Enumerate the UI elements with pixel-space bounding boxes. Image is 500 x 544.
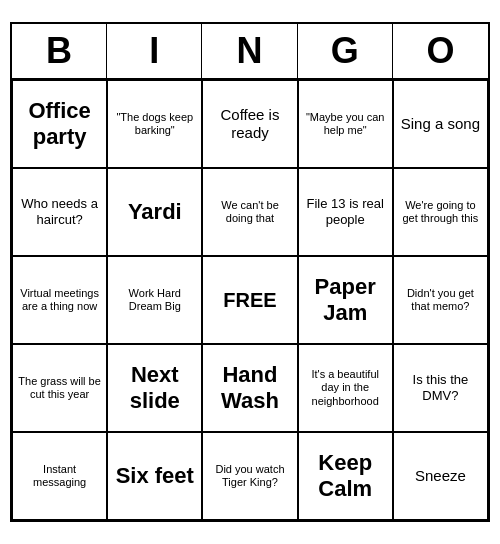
cell-text: Office party <box>17 98 102 151</box>
cell-text: Six feet <box>116 463 194 489</box>
cell-text: "The dogs keep barking" <box>112 111 197 137</box>
bingo-cell[interactable]: "Maybe you can help me" <box>298 80 393 168</box>
cell-text: Coffee is ready <box>207 106 292 142</box>
bingo-cell[interactable]: Didn't you get that memo? <box>393 256 488 344</box>
cell-text: Hand Wash <box>207 362 292 415</box>
bingo-cell[interactable]: File 13 is real people <box>298 168 393 256</box>
cell-text: "Maybe you can help me" <box>303 111 388 137</box>
cell-text: File 13 is real people <box>303 196 388 227</box>
bingo-cell[interactable]: Sing a song <box>393 80 488 168</box>
bingo-header: BINGO <box>12 24 488 80</box>
cell-text: Yardi <box>128 199 182 225</box>
cell-text: Sing a song <box>401 115 480 133</box>
cell-text: Is this the DMV? <box>398 372 483 403</box>
header-letter: G <box>298 24 393 78</box>
cell-text: Did you watch Tiger King? <box>207 463 292 489</box>
cell-text: Instant messaging <box>17 463 102 489</box>
cell-text: We can't be doing that <box>207 199 292 225</box>
header-letter: O <box>393 24 488 78</box>
cell-text: FREE <box>223 288 276 312</box>
bingo-cell[interactable]: Did you watch Tiger King? <box>202 432 297 520</box>
bingo-cell[interactable]: Keep Calm <box>298 432 393 520</box>
cell-text: We're going to get through this <box>398 199 483 225</box>
bingo-cell[interactable]: Yardi <box>107 168 202 256</box>
header-letter: N <box>202 24 297 78</box>
bingo-card: BINGO Office party"The dogs keep barking… <box>10 22 490 522</box>
bingo-cell[interactable]: Is this the DMV? <box>393 344 488 432</box>
bingo-cell[interactable]: Next slide <box>107 344 202 432</box>
bingo-grid: Office party"The dogs keep barking"Coffe… <box>12 80 488 520</box>
bingo-cell[interactable]: Six feet <box>107 432 202 520</box>
cell-text: Work Hard Dream Big <box>112 287 197 313</box>
bingo-cell[interactable]: FREE <box>202 256 297 344</box>
bingo-cell[interactable]: Who needs a haircut? <box>12 168 107 256</box>
bingo-cell[interactable]: Paper Jam <box>298 256 393 344</box>
header-letter: I <box>107 24 202 78</box>
cell-text: Virtual meetings are a thing now <box>17 287 102 313</box>
cell-text: Didn't you get that memo? <box>398 287 483 313</box>
bingo-cell[interactable]: Instant messaging <box>12 432 107 520</box>
bingo-cell[interactable]: Office party <box>12 80 107 168</box>
bingo-cell[interactable]: "The dogs keep barking" <box>107 80 202 168</box>
bingo-cell[interactable]: It's a beautiful day in the neighborhood <box>298 344 393 432</box>
bingo-cell[interactable]: Hand Wash <box>202 344 297 432</box>
cell-text: Next slide <box>112 362 197 415</box>
bingo-cell[interactable]: The grass will be cut this year <box>12 344 107 432</box>
cell-text: Keep Calm <box>303 450 388 503</box>
bingo-cell[interactable]: We're going to get through this <box>393 168 488 256</box>
bingo-cell[interactable]: Coffee is ready <box>202 80 297 168</box>
header-letter: B <box>12 24 107 78</box>
cell-text: Paper Jam <box>303 274 388 327</box>
bingo-cell[interactable]: Virtual meetings are a thing now <box>12 256 107 344</box>
cell-text: Who needs a haircut? <box>17 196 102 227</box>
cell-text: It's a beautiful day in the neighborhood <box>303 368 388 408</box>
bingo-cell[interactable]: Sneeze <box>393 432 488 520</box>
cell-text: Sneeze <box>415 467 466 485</box>
cell-text: The grass will be cut this year <box>17 375 102 401</box>
bingo-cell[interactable]: We can't be doing that <box>202 168 297 256</box>
bingo-cell[interactable]: Work Hard Dream Big <box>107 256 202 344</box>
